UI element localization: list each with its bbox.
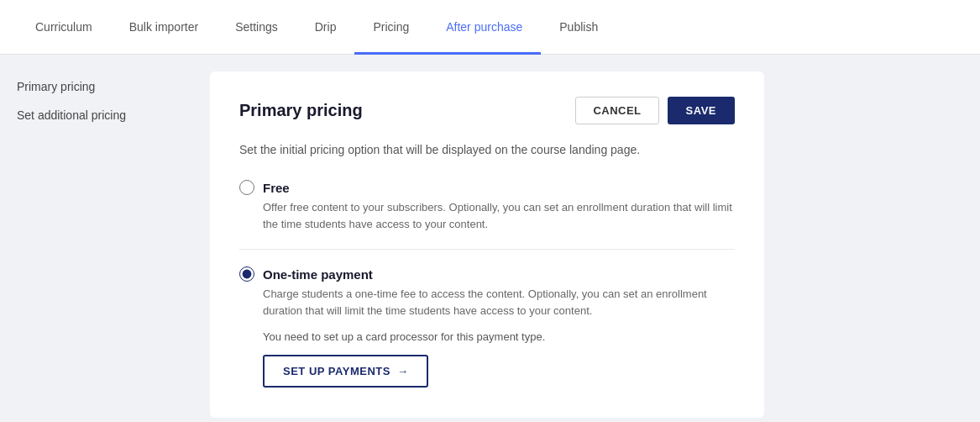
sidebar-item-primary-pricing[interactable]: Primary pricing — [17, 80, 168, 93]
nav-item-curriculum[interactable]: Curriculum — [17, 1, 111, 55]
cancel-button[interactable]: CANCEL — [575, 97, 658, 124]
setup-payments-button[interactable]: SET UP PAYMENTS → — [263, 355, 428, 388]
free-option: Free Offer free content to your subscrib… — [239, 180, 735, 232]
top-nav: Curriculum Bulk importer Settings Drip P… — [0, 0, 980, 55]
main-layout: Primary pricing Set additional pricing P… — [0, 55, 980, 422]
save-button[interactable]: SAVE — [668, 97, 735, 124]
card-header: Primary pricing CANCEL SAVE — [239, 97, 735, 124]
card-description: Set the initial pricing option that will… — [239, 141, 735, 159]
options-divider — [239, 249, 735, 250]
sidebar: Primary pricing Set additional pricing — [0, 55, 185, 422]
one-time-payment-text: One-time payment — [263, 267, 373, 282]
setup-payments-arrow: → — [397, 365, 409, 377]
sidebar-item-set-additional-pricing[interactable]: Set additional pricing — [17, 108, 168, 122]
nav-item-publish[interactable]: Publish — [541, 1, 616, 55]
nav-item-settings[interactable]: Settings — [217, 1, 296, 55]
setup-payments-label: SET UP PAYMENTS — [283, 365, 390, 377]
nav-item-bulk-importer[interactable]: Bulk importer — [111, 1, 217, 55]
content-area: Primary pricing CANCEL SAVE Set the init… — [185, 55, 980, 422]
free-option-text: Free — [263, 181, 290, 195]
card-title: Primary pricing — [239, 101, 363, 120]
one-time-payment-option: One-time payment Charge students a one-t… — [239, 266, 735, 388]
free-radio[interactable] — [239, 180, 254, 195]
free-option-description: Offer free content to your subscribers. … — [263, 199, 735, 232]
one-time-payment-description: Charge students a one-time fee to access… — [263, 286, 735, 319]
payment-notice: You need to set up a card processor for … — [263, 330, 735, 343]
one-time-payment-label[interactable]: One-time payment — [239, 266, 735, 282]
primary-pricing-card: Primary pricing CANCEL SAVE Set the init… — [210, 71, 764, 418]
nav-item-drip[interactable]: Drip — [296, 1, 355, 55]
one-time-payment-radio[interactable] — [239, 266, 254, 282]
header-buttons: CANCEL SAVE — [575, 97, 735, 124]
nav-item-after-purchase[interactable]: After purchase — [427, 1, 541, 55]
nav-item-pricing[interactable]: Pricing — [354, 1, 427, 55]
free-option-label[interactable]: Free — [239, 180, 735, 195]
